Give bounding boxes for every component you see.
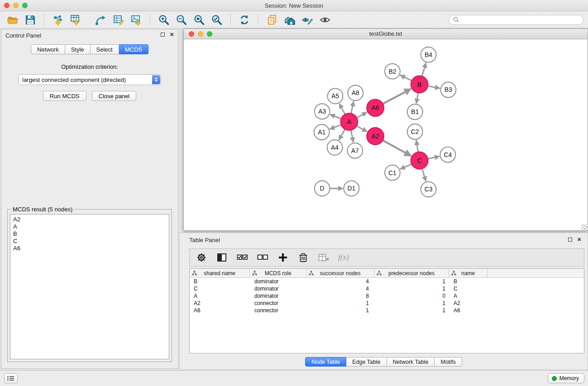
criterion-dropdown[interactable]: largest connected component (directed) bbox=[18, 74, 161, 85]
node-B4[interactable]: B4 bbox=[421, 47, 436, 62]
minimize-window-button[interactable] bbox=[13, 3, 19, 8]
table-row[interactable]: Adominator80A bbox=[190, 292, 584, 300]
memory-button[interactable]: Memory bbox=[548, 373, 584, 383]
import-table-button[interactable] bbox=[67, 13, 84, 27]
edit-network-table-button[interactable] bbox=[110, 13, 127, 27]
run-mcds-button[interactable]: Run MCDS bbox=[43, 91, 86, 101]
zoom-selected-button[interactable] bbox=[191, 13, 207, 27]
search-input[interactable] bbox=[461, 17, 579, 23]
node-A5[interactable]: A5 bbox=[328, 88, 343, 104]
zoom-out-button[interactable] bbox=[173, 13, 190, 27]
table-row[interactable]: A6connector11A6 bbox=[190, 307, 584, 314]
tab-style[interactable]: Style bbox=[65, 44, 91, 54]
close-table-panel-icon[interactable]: × bbox=[577, 237, 581, 242]
dropdown-stepper-icon[interactable] bbox=[152, 75, 160, 84]
table-row[interactable]: A2connector11A2 bbox=[190, 300, 584, 307]
mcds-result-item[interactable]: C bbox=[13, 238, 166, 245]
column-header-successor-nodes[interactable]: successor nodes bbox=[306, 269, 374, 277]
network-canvas[interactable]: B4B2BB3A5A8A6A3B1AC2A1A2A4A7C4CC1C3DD1 bbox=[184, 39, 588, 230]
edge-A-A4[interactable] bbox=[339, 129, 345, 140]
edge-A-A2[interactable] bbox=[357, 126, 367, 132]
edge-B-B1[interactable] bbox=[416, 93, 418, 103]
delete-column-button[interactable] bbox=[297, 252, 309, 263]
column-header-name[interactable]: name bbox=[449, 269, 488, 277]
edge-C-C1[interactable] bbox=[400, 164, 411, 169]
apply-layout-button[interactable] bbox=[93, 13, 109, 27]
zoom-window-button[interactable] bbox=[22, 3, 28, 8]
edge-A-A1[interactable] bbox=[330, 125, 340, 129]
node-B2[interactable]: B2 bbox=[385, 64, 400, 79]
mcds-result-item[interactable]: A bbox=[13, 223, 166, 230]
close-panel-button[interactable]: Close panel bbox=[92, 91, 137, 101]
tab-select[interactable]: Select bbox=[91, 44, 119, 54]
show-columns-button[interactable] bbox=[216, 252, 228, 263]
export-image-button[interactable] bbox=[128, 13, 144, 27]
search-field[interactable] bbox=[449, 15, 583, 25]
edge-B-B2[interactable] bbox=[400, 75, 411, 81]
table-settings-button[interactable] bbox=[196, 252, 207, 263]
edge-C-C3[interactable] bbox=[422, 169, 426, 181]
close-network-window-button[interactable] bbox=[189, 31, 194, 37]
edge-A-A8[interactable] bbox=[351, 101, 354, 113]
window-resize-grip[interactable] bbox=[581, 224, 587, 230]
node-A1[interactable]: A1 bbox=[314, 124, 330, 140]
select-all-rows-button[interactable] bbox=[236, 252, 248, 263]
tab-network[interactable]: Network bbox=[31, 44, 65, 54]
edge-B-B3[interactable] bbox=[428, 86, 440, 88]
network-window-titlebar[interactable]: testGlobe.txt bbox=[184, 29, 588, 39]
edge-A-A3[interactable] bbox=[330, 114, 340, 119]
node-A2[interactable]: A2 bbox=[367, 128, 384, 145]
save-session-button[interactable] bbox=[22, 13, 38, 27]
graphics-details-button[interactable] bbox=[299, 13, 316, 27]
node-B[interactable]: B bbox=[411, 76, 428, 93]
tab-mcds[interactable]: MCDS bbox=[119, 44, 148, 54]
import-network-button[interactable] bbox=[50, 13, 66, 27]
close-window-button[interactable] bbox=[4, 3, 10, 8]
node-A4[interactable]: A4 bbox=[327, 140, 343, 155]
node-C4[interactable]: C4 bbox=[440, 147, 455, 162]
node-A8[interactable]: A8 bbox=[348, 86, 363, 101]
float-panel-icon[interactable] bbox=[161, 33, 165, 37]
column-header-shared-name[interactable]: shared name bbox=[190, 269, 250, 277]
delete-table-button[interactable] bbox=[318, 252, 330, 263]
birds-eye-view-button[interactable] bbox=[317, 13, 333, 27]
table-row[interactable]: Cdominator41C bbox=[190, 285, 584, 292]
network-graph[interactable]: B4B2BB3A5A8A6A3B1AC2A1A2A4A7C4CC1C3DD1 bbox=[184, 39, 588, 230]
node-A7[interactable]: A7 bbox=[347, 143, 363, 158]
mcds-result-list[interactable]: A2ABCA6 bbox=[10, 214, 169, 359]
open-session-button[interactable] bbox=[5, 13, 21, 27]
float-table-panel-icon[interactable] bbox=[568, 238, 572, 242]
node-D[interactable]: D bbox=[315, 181, 330, 196]
edge-B-B4[interactable] bbox=[422, 63, 426, 76]
node-A3[interactable]: A3 bbox=[315, 104, 330, 119]
function-builder-button[interactable]: f(x) bbox=[338, 252, 349, 263]
node-A[interactable]: A bbox=[340, 113, 358, 130]
mcds-result-item[interactable]: A6 bbox=[13, 245, 166, 252]
node-C2[interactable]: C2 bbox=[407, 124, 423, 139]
zoom-network-window-button[interactable] bbox=[207, 31, 212, 37]
zoom-in-button[interactable] bbox=[156, 13, 172, 27]
tab-node-table[interactable]: Node Table bbox=[305, 357, 346, 367]
edge-A6-B[interactable] bbox=[383, 89, 411, 104]
node-B1[interactable]: B1 bbox=[407, 104, 423, 119]
mcds-result-item[interactable]: B bbox=[13, 230, 166, 238]
edge-C-C2[interactable] bbox=[416, 140, 418, 152]
node-C[interactable]: C bbox=[411, 152, 428, 169]
edge-C-C4[interactable] bbox=[428, 157, 440, 159]
table-row[interactable]: Bdominator41B bbox=[190, 278, 584, 285]
column-header-mcds-role[interactable]: MCDS role bbox=[250, 269, 306, 277]
edge-A2-C[interactable] bbox=[383, 141, 411, 156]
zoom-fit-button[interactable] bbox=[209, 13, 225, 27]
node-A6[interactable]: A6 bbox=[367, 99, 384, 116]
edge-A-A6[interactable] bbox=[357, 112, 367, 118]
home-button[interactable] bbox=[282, 13, 298, 27]
tab-motifs[interactable]: Motifs bbox=[435, 357, 462, 367]
node-B3[interactable]: B3 bbox=[440, 82, 456, 98]
show-hidden-panels-button[interactable] bbox=[4, 373, 18, 383]
deselect-all-rows-button[interactable] bbox=[257, 252, 268, 263]
node-C1[interactable]: C1 bbox=[385, 165, 400, 181]
node-D1[interactable]: D1 bbox=[344, 181, 359, 196]
column-header-predecessor-nodes[interactable]: predecessor nodes bbox=[374, 269, 449, 277]
node-C3[interactable]: C3 bbox=[421, 182, 436, 197]
tab-network-table[interactable]: Network Table bbox=[387, 357, 435, 367]
